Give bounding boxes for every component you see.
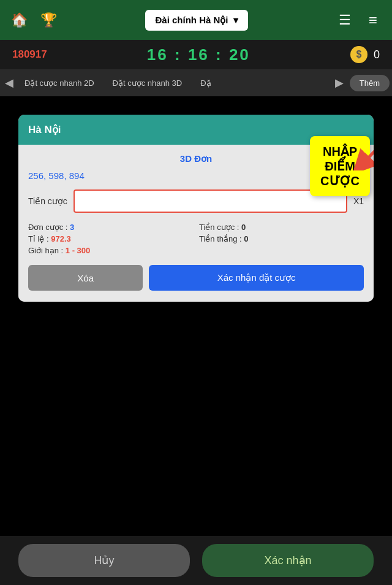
status-bar: 180917 16 : 16 : 20 $ 0	[0, 40, 392, 69]
don-cuoc-label: Đơn cược :	[28, 223, 67, 232]
gioi-han-label: Giới hạn :	[28, 246, 63, 255]
header-left: 🏠 🏆	[10, 11, 58, 29]
bet-multiplier: X1	[353, 196, 364, 206]
app-header: 🏠 🏆 Đài chính Hà Nội ▾ ☰ ≡	[0, 0, 392, 40]
dialog-header: Hà Nội NHẬP ĐIỂM CƯỢC	[18, 115, 374, 145]
dialog-title: Hà Nội	[28, 123, 61, 136]
ti-le-item: Tỉ lệ : 972.3	[28, 234, 193, 243]
user-id: 180917	[12, 48, 47, 61]
don-cuoc-item: Đơn cược : 3	[28, 223, 193, 232]
cancel-button[interactable]: Hủy	[18, 544, 190, 577]
confirm-button[interactable]: Xác nhận	[202, 544, 374, 577]
don-cuoc-value: 3	[70, 223, 74, 232]
hamburger-icon[interactable]: ≡	[364, 11, 382, 29]
tab-more-button[interactable]: Thêm	[350, 75, 390, 91]
bet-dialog: Hà Nội NHẬP ĐIỂM CƯỢC	[18, 115, 374, 302]
tien-thang-value: 0	[244, 234, 248, 243]
tien-thang-item: Tiền thắng : 0	[199, 234, 364, 243]
tooltip-line2: CƯỢC	[320, 174, 360, 188]
ti-le-label: Tỉ lệ :	[28, 234, 49, 243]
tien-thang-label: Tiền thắng :	[199, 234, 242, 243]
tien-cuoc-label: Tiền cược :	[199, 223, 239, 232]
tab-item-2d[interactable]: Đặt cược nhanh 2D	[16, 75, 103, 91]
chevron-down-icon: ▾	[233, 15, 238, 26]
gioi-han-value: 1 - 300	[66, 246, 90, 255]
balance-area: $ 0	[350, 46, 380, 63]
tien-cuoc-item: Tiền cược : 0	[199, 223, 364, 232]
bottom-bar: Hủy Xác nhận	[0, 536, 392, 585]
bet-label: Tiền cược	[28, 196, 67, 206]
region-label: Đài chính Hà Nội	[155, 15, 228, 26]
confirm-bet-button[interactable]: Xác nhận đặt cược	[149, 265, 364, 291]
dialog-button-row: Xóa Xác nhận đặt cược	[28, 265, 364, 293]
header-right: ☰ ≡	[336, 11, 382, 29]
gioi-han-item: Giới hạn : 1 - 300	[28, 246, 193, 255]
trophy-icon[interactable]: 🏆	[39, 11, 58, 29]
balance-value: 0	[374, 48, 380, 61]
tien-cuoc-value: 0	[241, 223, 246, 232]
home-icon[interactable]: 🏠	[10, 11, 28, 29]
tab-item-3d[interactable]: Đặt cược nhanh 3D	[104, 75, 191, 91]
tab-arrow-left[interactable]: ◀	[2, 76, 16, 90]
bet-amount-input[interactable]	[74, 189, 347, 213]
header-center: Đài chính Hà Nội ▾	[58, 10, 336, 31]
tooltip-box: NHẬP ĐIỂM CƯỢC	[310, 136, 370, 196]
tabs-bar: ◀ Đặt cược nhanh 2D Đặt cược nhanh 3D Đặ…	[0, 69, 392, 96]
tab-scroll-area: Đặt cược nhanh 2D Đặt cược nhanh 3D Đặ	[16, 75, 333, 91]
tooltip-line1: NHẬP ĐIỂM	[320, 144, 360, 174]
content-area: Hà Nội NHẬP ĐIỂM CƯỢC	[0, 96, 392, 536]
coin-icon: $	[350, 46, 368, 63]
ti-le-value: 972.3	[51, 234, 71, 243]
clear-button[interactable]: Xóa	[28, 265, 143, 291]
region-dropdown[interactable]: Đài chính Hà Nội ▾	[145, 10, 247, 31]
tab-item-other[interactable]: Đặ	[192, 75, 219, 91]
time-display: 16 : 16 : 20	[147, 45, 251, 64]
list-icon[interactable]: ☰	[336, 11, 354, 29]
tab-arrow-right[interactable]: ▶	[333, 76, 346, 90]
bet-info-grid: Đơn cược : 3 Tiền cược : 0 Tỉ lệ : 972.3…	[28, 223, 364, 255]
